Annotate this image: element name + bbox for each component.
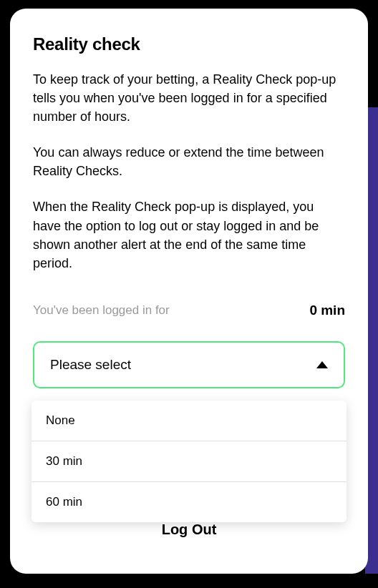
logged-in-value: 0 min xyxy=(309,303,345,318)
caret-up-icon xyxy=(316,361,328,368)
modal-paragraph-3: When the Reality Check pop-up is display… xyxy=(33,197,345,272)
logged-in-row: You've been logged in for 0 min xyxy=(33,303,345,318)
interval-dropdown: None 30 min 60 min xyxy=(32,401,346,522)
dropdown-option-30min[interactable]: 30 min xyxy=(32,441,346,482)
dropdown-option-60min[interactable]: 60 min xyxy=(32,482,346,522)
dropdown-option-none[interactable]: None xyxy=(32,401,346,441)
interval-select[interactable]: Please select xyxy=(33,341,345,388)
modal-title: Reality check xyxy=(33,34,345,54)
select-placeholder: Please select xyxy=(50,357,131,373)
logged-in-label: You've been logged in for xyxy=(33,303,170,318)
modal-paragraph-1: To keep track of your betting, a Reality… xyxy=(33,70,345,126)
modal-paragraph-2: You can always reduce or extend the time… xyxy=(33,143,345,180)
